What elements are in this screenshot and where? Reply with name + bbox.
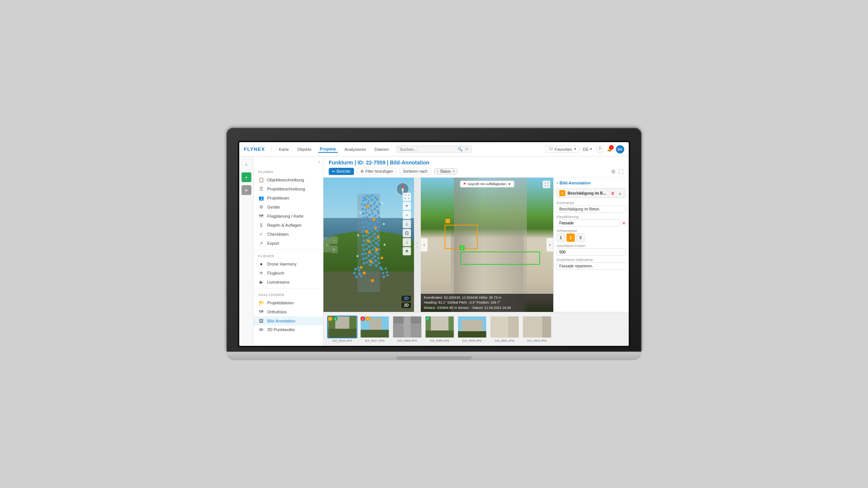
zoom-in-btn[interactable]: +	[403, 202, 411, 210]
sidebar-item-drone-harmony[interactable]: ● Drone Harmony	[254, 259, 323, 269]
sidebar-item-bild-annotation[interactable]: 🖼 Bild-Annotation	[254, 316, 323, 325]
annotation-delete-btn[interactable]: 🗑	[610, 190, 616, 196]
status-filter-chip[interactable]: ↓ Status ✕	[434, 168, 458, 175]
help-button[interactable]: ?	[596, 146, 603, 153]
sidebar-item-orthofotos[interactable]: 🗺 Orthofotos	[254, 307, 323, 316]
severity-2-btn[interactable]: 2	[566, 233, 575, 242]
notifications-button[interactable]: 🔔 5	[607, 147, 612, 152]
klassifizierung-label: Klassifizierung	[557, 215, 626, 219]
sidebar-item-flugbuch[interactable]: ✈ Flugbuch	[254, 269, 323, 278]
avatar[interactable]: DA	[616, 145, 624, 153]
svg-point-76	[372, 249, 374, 251]
klassifizierung-input[interactable]	[557, 219, 620, 227]
severity-1-btn[interactable]: 1	[557, 233, 565, 242]
annotation-label-1: 1	[445, 219, 450, 223]
search-input[interactable]	[400, 147, 455, 152]
annotation-collapse-btn[interactable]: ▲	[617, 190, 623, 196]
fit-btn[interactable]: ⊡	[403, 229, 411, 237]
thumb-svg-7	[523, 316, 551, 338]
sidebar-collapse-button[interactable]: ›	[242, 160, 251, 169]
photo-view: 1 2 ⚑ Geprüft mit Auffälligk	[421, 178, 553, 312]
thumbnail-dji0520[interactable]: DJI_0520.JPG	[457, 316, 487, 342]
3d-mode-badge[interactable]: 3D	[402, 296, 411, 301]
photo-toolbar: ⛶	[543, 181, 550, 188]
sidebar-item-livestreams[interactable]: ▶ Livestreams	[254, 278, 323, 287]
svg-point-42	[377, 221, 379, 223]
svg-point-93	[369, 264, 372, 266]
svg-point-83	[374, 255, 376, 258]
tool-btn[interactable]: ✦	[403, 247, 411, 255]
zoom-out-btn[interactable]: −	[403, 211, 411, 219]
search-bar: 🔍 ✕	[396, 146, 472, 153]
annotation-actions: 🗑 ▲	[610, 190, 623, 196]
annotation-box-2[interactable]: 2	[460, 252, 540, 265]
thumbnail-dji0522[interactable]: DJI_0522.JPG	[522, 316, 552, 342]
clipboard-icon: 📋	[258, 177, 264, 183]
viewer-divider[interactable]: ‹ ›	[414, 178, 421, 312]
list-icon: ☰	[258, 186, 264, 192]
thumbnail-dji0521[interactable]: DJI_0521.JPG	[489, 316, 520, 342]
sidebar-item-flugplanung[interactable]: 🗺 Flugplanung / Karte	[254, 212, 323, 221]
sidebar-item-projektteam[interactable]: 👥 Projektteam	[254, 193, 323, 203]
nav-objekte[interactable]: Objekte	[295, 146, 313, 152]
berichte-button[interactable]: ✏ Berichte	[329, 168, 354, 175]
thumbnail-dji0510[interactable]: 1 1	[327, 316, 357, 342]
flag-icon: ⚑	[463, 182, 466, 186]
language-selector[interactable]: DE ▼	[583, 147, 593, 152]
favorites-button[interactable]: 🤍 Favoriten ▼	[545, 146, 579, 153]
panel-expand-btn[interactable]: ›	[330, 236, 338, 244]
sidebar-item-projektdateien[interactable]: 📁 Projektdateien	[254, 298, 323, 307]
download-btn[interactable]: ↓	[403, 238, 411, 246]
sidebar-item-checklisten[interactable]: ✓ Checklisten	[254, 230, 323, 239]
nav-projekte[interactable]: Projekte	[318, 146, 337, 153]
klassifizierung-delete-icon[interactable]: ✕	[622, 221, 626, 226]
svg-point-56	[365, 234, 368, 236]
svg-point-123	[381, 257, 383, 259]
severity-3-btn[interactable]: 3	[576, 233, 585, 242]
2d-mode-badge[interactable]: 2D	[402, 302, 411, 308]
panel-layers-btn[interactable]: ≡	[330, 246, 338, 253]
annotation-label-2: 2	[460, 246, 465, 250]
thumbnail-dji0517[interactable]: 1 2	[360, 316, 390, 342]
thumbnail-dji0089[interactable]: DJI_0089.JPG	[392, 316, 422, 342]
photo-fullscreen-btn[interactable]: ⛶	[543, 181, 550, 188]
thumbnail-dji0495[interactable]: ✓ DJI_0495.JPG	[425, 316, 455, 342]
sidebar-add-button[interactable]: +	[242, 172, 251, 182]
nav-dateien[interactable]: Dateien	[373, 146, 390, 152]
nav-analysieren[interactable]: Analysieren	[343, 146, 368, 152]
svg-point-89	[374, 260, 377, 262]
panel-expand-icon[interactable]: ›	[557, 181, 558, 185]
sort-selector[interactable]: Sortieren nach	[400, 168, 431, 175]
filter-button[interactable]: ⚙ Filter hinzufügen	[357, 168, 397, 175]
svg-point-91	[363, 262, 366, 265]
annotation-item-1[interactable]: 1 Beschädigung im B... 🗑 ▲	[557, 188, 626, 198]
nav-karte[interactable]: Karte	[277, 146, 290, 152]
photo-next-button[interactable]: ›	[546, 238, 553, 252]
thumb-badge-red-2: 1	[360, 316, 365, 321]
sidebar-item-export[interactable]: ↗ Export	[254, 239, 323, 248]
svg-point-79	[362, 253, 364, 256]
svg-point-29	[374, 215, 377, 217]
photo-prev-button[interactable]: ‹	[421, 238, 428, 252]
sidebar-item-3d-punktwolke[interactable]: 3D 3D Punktwolke	[254, 325, 323, 334]
sidebar-item-objektbeschreibung[interactable]: 📋 Objektbeschreibung	[254, 175, 323, 184]
viewer-left-toggle[interactable]: ›	[323, 237, 330, 252]
svg-point-16	[373, 203, 375, 206]
fullscreen-icon[interactable]: ⛶	[618, 169, 623, 175]
home-btn[interactable]: ⌂	[403, 220, 411, 228]
kosten-input[interactable]	[557, 249, 626, 256]
photo-status-badge[interactable]: ⚑ Geprüft mit Auffälligkeiten ▼	[460, 181, 514, 187]
sidebar-item-regeln[interactable]: § Regeln & Auflagen	[254, 221, 323, 230]
sidebar-menu-button[interactable]: ≡	[242, 185, 251, 195]
svg-point-30	[377, 212, 380, 214]
svg-point-78	[378, 248, 380, 250]
sidebar-item-projektbeschreibung[interactable]: ☰ Projektbeschreibung	[254, 184, 323, 193]
search-clear-icon[interactable]: ✕	[465, 147, 468, 152]
status-chip-close[interactable]: ✕	[452, 169, 455, 173]
settings-icon[interactable]: ⚙	[611, 169, 616, 175]
gear-icon: ⚙	[258, 204, 264, 210]
sidebar-toggle-button[interactable]: ‹	[254, 157, 323, 167]
3d-icon: 3D	[258, 328, 264, 331]
sidebar-item-geraete[interactable]: ⚙ Geräte	[254, 203, 323, 212]
fullscreen-btn[interactable]: ⛶	[403, 193, 411, 201]
